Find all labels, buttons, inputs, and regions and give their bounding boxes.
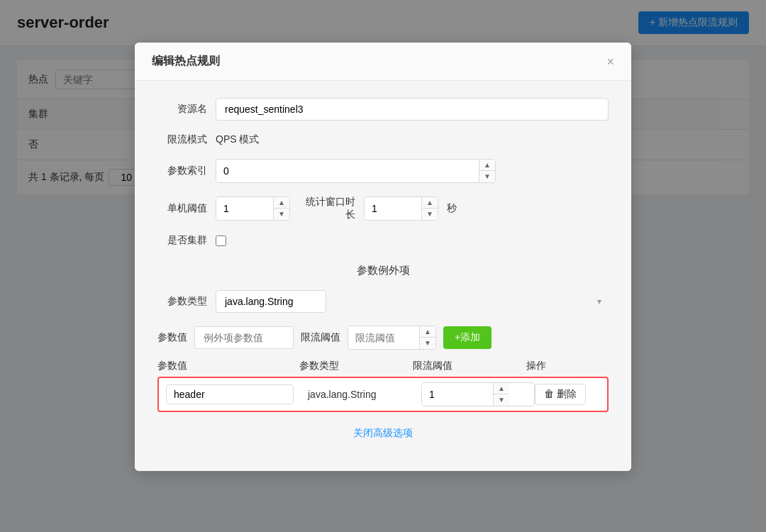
stat-window-buttons: ▲ ▼	[421, 197, 438, 220]
exc-cell-param-type: java.lang.String	[308, 389, 421, 400]
single-threshold-buttons: ▲ ▼	[273, 197, 289, 220]
param-type-row: 参数类型 java.lang.String java.lang.Integer …	[157, 290, 609, 313]
single-threshold-spinner: ▲ ▼	[216, 196, 290, 221]
exc-header-param-type: 参数类型	[299, 360, 413, 372]
rate-threshold-down[interactable]: ▼	[420, 338, 435, 349]
modal: 编辑热点规则 × 资源名 限流模式 QPS 模式 参数索引 ▲	[135, 43, 631, 471]
param-index-input[interactable]	[216, 160, 479, 182]
param-type-label: 参数类型	[157, 295, 207, 308]
resource-name-row: 资源名	[157, 98, 609, 121]
single-threshold-input[interactable]	[216, 198, 273, 219]
exc-param-value-input[interactable]	[166, 384, 294, 404]
resource-name-label: 资源名	[157, 103, 207, 116]
exc-header-param-value: 参数值	[157, 360, 299, 372]
section-title: 参数例外项	[157, 264, 609, 277]
exc-delete-button[interactable]: 🗑 删除	[535, 384, 586, 405]
param-value-input[interactable]	[194, 326, 294, 349]
stat-window-input[interactable]	[365, 198, 421, 219]
rate-limit-mode-row: 限流模式 QPS 模式	[157, 133, 609, 146]
rate-threshold-label: 限流阈值	[301, 331, 340, 344]
cluster-row: 是否集群	[157, 234, 609, 247]
exc-rate-threshold-down[interactable]: ▼	[494, 394, 509, 406]
exc-rate-threshold-input[interactable]	[422, 384, 493, 405]
exc-header-operation: 操作	[526, 360, 609, 372]
exc-rate-threshold-spinner: ▲ ▼	[421, 382, 535, 406]
stat-window-label: 统计窗口时长	[299, 196, 355, 221]
close-advanced-button[interactable]: 关闭高级选项	[353, 427, 413, 440]
param-value-label: 参数值	[157, 331, 187, 344]
cluster-checkbox[interactable]	[216, 235, 226, 246]
exc-data-row: java.lang.String ▲ ▼ 🗑 删除	[157, 377, 609, 412]
exc-cell-param-value	[166, 384, 308, 404]
cluster-label: 是否集群	[157, 234, 207, 247]
modal-body: 资源名 限流模式 QPS 模式 参数索引 ▲ ▼	[135, 81, 631, 471]
exc-header-rate-threshold: 限流阈值	[413, 360, 526, 372]
modal-title: 编辑热点规则	[152, 54, 220, 69]
single-threshold-up[interactable]: ▲	[274, 197, 289, 209]
exc-rate-threshold-up[interactable]: ▲	[494, 383, 509, 394]
resource-name-input[interactable]	[216, 98, 609, 121]
rate-threshold-input[interactable]	[348, 327, 419, 348]
exc-table-headers: 参数值 参数类型 限流阈值 操作	[157, 360, 609, 372]
exc-rate-threshold-buttons: ▲ ▼	[493, 383, 509, 406]
rate-threshold-up[interactable]: ▲	[420, 326, 435, 338]
param-index-up[interactable]: ▲	[479, 160, 495, 171]
param-index-row: 参数索引 ▲ ▼	[157, 159, 609, 183]
add-exception-button[interactable]: +添加	[443, 326, 492, 349]
threshold-window-row: 单机阈值 ▲ ▼ 统计窗口时长 ▲ ▼ 秒	[157, 196, 609, 221]
param-index-down[interactable]: ▼	[479, 171, 495, 182]
rate-threshold-buttons: ▲ ▼	[419, 326, 435, 349]
rate-threshold-spinner: ▲ ▼	[348, 326, 436, 350]
stat-window-up[interactable]: ▲	[422, 197, 438, 209]
stat-window-spinner: ▲ ▼	[364, 196, 438, 221]
param-index-label: 参数索引	[157, 165, 207, 177]
param-type-select[interactable]: java.lang.String java.lang.Integer java.…	[216, 290, 326, 313]
close-advanced: 关闭高级选项	[157, 412, 609, 454]
param-index-spinner-buttons: ▲ ▼	[479, 160, 495, 182]
rate-limit-mode-value: QPS 模式	[216, 133, 259, 146]
stat-window-down[interactable]: ▼	[422, 209, 438, 220]
modal-overlay: 编辑热点规则 × 资源名 限流模式 QPS 模式 参数索引 ▲	[0, 0, 766, 532]
modal-close-button[interactable]: ×	[606, 55, 614, 68]
rate-limit-mode-label: 限流模式	[157, 133, 207, 146]
exc-cell-operation: 🗑 删除	[535, 384, 600, 405]
param-value-row: 参数值 限流阈值 ▲ ▼ +添加	[157, 326, 609, 350]
single-threshold-down[interactable]: ▼	[274, 209, 289, 220]
param-type-select-wrap: java.lang.String java.lang.Integer java.…	[216, 290, 609, 313]
single-threshold-label: 单机阈值	[157, 202, 207, 215]
param-index-spinner: ▲ ▼	[216, 159, 496, 183]
modal-header: 编辑热点规则 ×	[135, 43, 631, 81]
exc-cell-rate-threshold: ▲ ▼	[421, 382, 535, 406]
stat-window-unit: 秒	[447, 202, 457, 215]
